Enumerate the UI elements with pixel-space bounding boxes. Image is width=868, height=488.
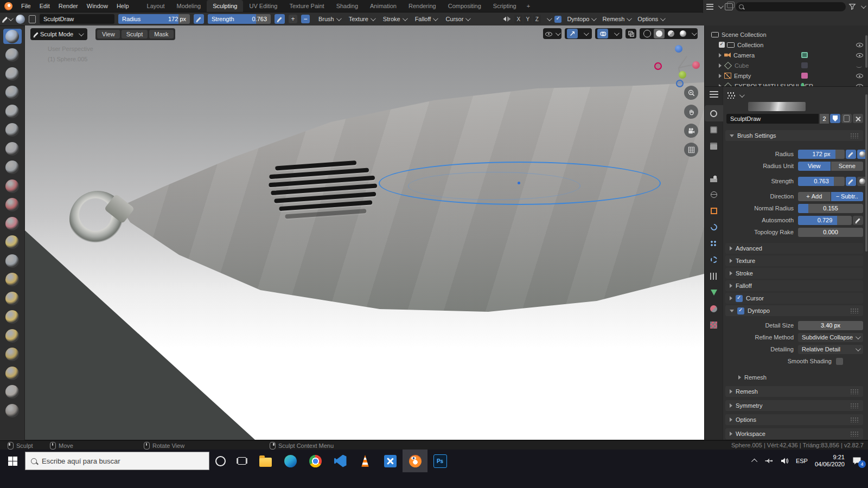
gizmos-dropdown[interactable] — [579, 29, 590, 38]
brush-nudge[interactable] — [3, 365, 22, 381]
outliner-row-empty[interactable]: Empty — [705, 70, 868, 81]
clock[interactable]: 9:21 04/06/2020 — [815, 454, 845, 468]
outliner-row-camera[interactable]: Camera — [705, 50, 868, 60]
expand-arrow-icon[interactable] — [719, 53, 722, 57]
outliner-row-cube[interactable]: Cube — [705, 60, 868, 70]
overlays-dropdown[interactable] — [609, 29, 620, 38]
normal-radius-slider[interactable]: 0.155 — [798, 204, 863, 213]
tab-texture-paint[interactable]: Texture Paint — [283, 0, 330, 12]
taskbar-app-blender[interactable] — [403, 450, 427, 472]
brush-layer[interactable] — [3, 104, 22, 119]
cursor-checkbox[interactable] — [736, 295, 743, 302]
speaker-icon[interactable] — [780, 457, 789, 465]
remesh-panel-header[interactable]: Remesh — [725, 386, 863, 397]
direction-subtract-button[interactable]: − — [301, 15, 310, 23]
brush-users-count-button[interactable]: 2 — [820, 114, 829, 124]
rendered-shading-button[interactable] — [678, 29, 688, 38]
show-gizmos-button[interactable] — [567, 29, 578, 38]
detail-size-field[interactable]: 3.40 px — [798, 321, 863, 330]
properties-tab-material[interactable] — [705, 300, 723, 317]
tab-scripting[interactable]: Scripting — [487, 0, 522, 12]
brush-clay-strips[interactable] — [3, 85, 22, 100]
eye-closed-icon[interactable] — [856, 62, 863, 69]
outliner-search-input[interactable] — [736, 2, 846, 11]
strength-slider[interactable]: Strength 0.763 — [208, 14, 271, 24]
taskbar-app-vscode[interactable] — [328, 450, 353, 472]
tab-uv-editing[interactable]: UV Editing — [243, 0, 283, 12]
gizmo-negative-x-axis[interactable] — [654, 62, 662, 70]
language-indicator[interactable]: ESP — [796, 458, 808, 464]
direction-subtract-option[interactable]: −Subtr.. — [831, 192, 864, 201]
chevron-down-icon[interactable] — [861, 3, 866, 9]
outliner-row-scene-collection[interactable]: Scene Collection — [705, 29, 868, 40]
properties-tab-render[interactable] — [705, 121, 723, 138]
brush-pose[interactable] — [3, 347, 22, 362]
viewport-menu-sculpt[interactable]: Sculpt — [122, 30, 148, 38]
camera-view-button[interactable] — [684, 124, 698, 138]
tab-layout[interactable]: Layout — [141, 0, 171, 12]
radius-pressure-icon-button[interactable] — [846, 150, 856, 159]
properties-tab-output[interactable] — [705, 138, 723, 154]
taskbar-app-photoshop[interactable]: Ps — [427, 450, 452, 472]
xray-toggle-button[interactable] — [626, 29, 636, 38]
properties-tab-tool[interactable] — [705, 105, 723, 121]
stroke-dropdown[interactable]: Stroke — [381, 16, 408, 22]
brush-pinch[interactable] — [3, 253, 22, 268]
brush-slide-relax[interactable] — [3, 403, 22, 418]
brush-flatten[interactable] — [3, 197, 22, 213]
viewport-menu-view[interactable]: View — [97, 30, 120, 38]
dyntopo-panel-checkbox[interactable] — [737, 307, 744, 314]
gizmo-x-axis[interactable] — [692, 61, 700, 69]
gizmo-negative-z-axis[interactable] — [676, 80, 684, 87]
brush-preview-icon[interactable] — [16, 15, 25, 24]
radius-unit-scene-button[interactable]: Scene — [831, 162, 864, 171]
strength-property-slider[interactable]: 0.763 — [798, 177, 845, 186]
refine-method-dropdown[interactable]: Subdivide Collapse — [798, 333, 863, 342]
brush-inflate[interactable] — [3, 123, 22, 138]
3d-viewport[interactable]: User Perspective (1) Sphere.005 Sculpt M… — [25, 25, 704, 440]
options-panel-header[interactable]: Options — [725, 414, 863, 425]
action-center-button[interactable]: 4 — [852, 456, 863, 466]
properties-tab-scene[interactable] — [705, 170, 723, 187]
properties-tab-world[interactable] — [705, 187, 723, 203]
tab-sculpting[interactable]: Sculpting — [207, 0, 243, 12]
usb-icon[interactable] — [764, 457, 773, 465]
brush-grab[interactable] — [3, 272, 22, 287]
blender-logo-icon[interactable] — [4, 2, 12, 10]
tab-shading[interactable]: Shading — [330, 0, 364, 12]
collection-checkbox[interactable] — [719, 42, 725, 48]
stroke-panel-header[interactable]: Stroke — [725, 268, 863, 279]
unlink-brush-button[interactable] — [853, 114, 863, 123]
mirror-y-toggle[interactable]: Y — [524, 15, 532, 23]
properties-tab-object-data[interactable] — [705, 284, 723, 300]
brush-smooth[interactable] — [3, 178, 22, 194]
object-visibility-dropdown[interactable] — [543, 28, 561, 39]
taskbar-app-vlc[interactable] — [353, 450, 378, 472]
texture-panel-header[interactable]: Texture — [725, 255, 863, 266]
topology-rake-slider[interactable]: 0.000 — [798, 228, 863, 237]
brush-clay[interactable] — [3, 66, 22, 81]
mode-selector[interactable]: Sculpt Mode — [30, 28, 87, 40]
brush-dropdown[interactable]: Brush — [317, 16, 342, 22]
brush-settings-panel-header[interactable]: Brush Settings — [725, 130, 863, 141]
taskbar-app-chrome[interactable] — [303, 450, 328, 472]
chevron-down-icon[interactable] — [692, 30, 697, 36]
chevron-down-icon[interactable] — [718, 3, 724, 9]
gizmo-y-axis[interactable] — [679, 71, 686, 79]
remesh-dropdown[interactable]: Remesh — [601, 16, 632, 22]
properties-tab-particles[interactable] — [705, 235, 723, 252]
autosmooth-pressure-icon-button[interactable] — [853, 216, 863, 225]
options-dropdown[interactable]: Options — [636, 16, 666, 22]
expand-arrow-icon[interactable] — [719, 63, 722, 68]
brush-thumb[interactable] — [3, 328, 22, 343]
menu-render[interactable]: Render — [54, 0, 82, 12]
brush-blob[interactable] — [3, 141, 22, 156]
brush-crease[interactable] — [3, 160, 22, 175]
outliner-filter-icon[interactable] — [725, 3, 733, 10]
active-tool-selector[interactable] — [4, 17, 12, 22]
properties-scrollbar[interactable] — [865, 94, 867, 252]
radius-pressure-button[interactable] — [194, 14, 204, 24]
symmetry-panel-header[interactable]: Symmetry — [725, 400, 863, 411]
tab-compositing[interactable]: Compositing — [442, 0, 487, 12]
strength-pressure-icon-button[interactable] — [846, 177, 856, 186]
